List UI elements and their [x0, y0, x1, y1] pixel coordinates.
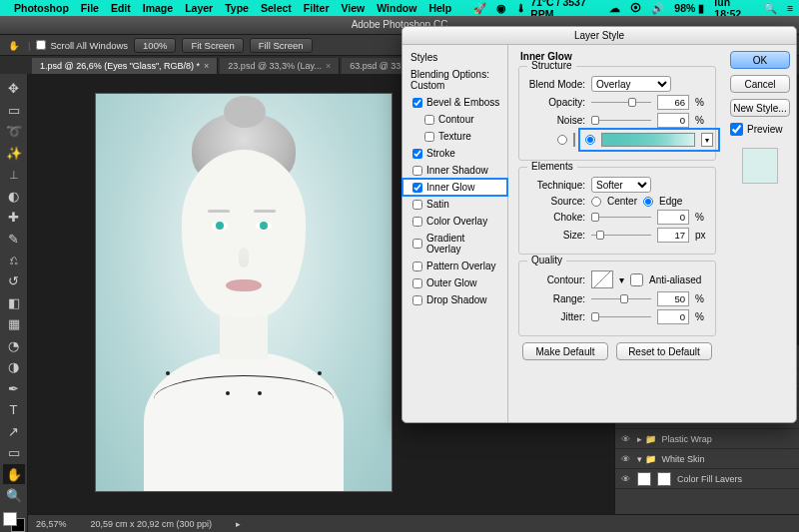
menu-file[interactable]: File	[81, 2, 99, 14]
fill-screen-button[interactable]: Fill Screen	[250, 38, 313, 53]
blend-mode-select[interactable]: Overlay	[591, 76, 671, 92]
zoom-tool-icon[interactable]: 🔍	[3, 486, 25, 505]
menu-help[interactable]: Help	[428, 2, 451, 14]
fx-pattern-overlay[interactable]: Pattern Overlay	[402, 258, 507, 274]
layer-plastic-wrap[interactable]: Plastic Wrap	[662, 434, 712, 444]
noise-slider[interactable]	[591, 115, 651, 126]
scroll-all-windows-checkbox[interactable]: Scroll All Windows	[36, 40, 128, 51]
ok-button[interactable]: OK	[730, 51, 790, 69]
crop-tool-icon[interactable]: ⟂	[3, 165, 25, 184]
jitter-field[interactable]: 0	[657, 309, 689, 324]
fg-color-swatch[interactable]	[3, 512, 17, 526]
menu-window[interactable]: Window	[377, 2, 416, 14]
menu-layer[interactable]: Layer	[185, 2, 213, 14]
blending-options-row[interactable]: Blending Options: Custom	[402, 66, 507, 94]
mask-thumb[interactable]	[657, 472, 671, 486]
pen-tool-icon[interactable]: ✒	[3, 379, 25, 398]
fx-inner-glow[interactable]: Inner Glow	[402, 179, 507, 196]
color-swatches[interactable]	[3, 512, 25, 531]
fx-texture[interactable]: Texture	[402, 128, 507, 145]
fx-contour[interactable]: Contour	[402, 111, 507, 128]
make-default-button[interactable]: Make Default	[522, 342, 608, 360]
glow-color-swatch[interactable]	[573, 133, 575, 147]
notifications-icon[interactable]: ≡	[787, 2, 793, 14]
chevron-down-icon[interactable]: ▾	[619, 274, 624, 285]
doc-tab-1[interactable]: 1.psd @ 26,6% (Eyes "Glass", RGB/8) *×	[32, 58, 218, 74]
visibility-icon[interactable]: 👁	[619, 434, 631, 444]
document-canvas[interactable]	[96, 94, 392, 491]
menu-image[interactable]: Image	[143, 2, 173, 14]
gradient-tool-icon[interactable]: ▦	[3, 314, 25, 333]
technique-select[interactable]: Softer	[591, 177, 651, 193]
move-tool-icon[interactable]: ✥	[3, 79, 25, 98]
zoom-level[interactable]: 26,57%	[36, 519, 67, 529]
path-tool-icon[interactable]: ↗	[3, 422, 25, 441]
source-center-radio[interactable]	[591, 197, 601, 207]
fx-stroke[interactable]: Stroke	[402, 145, 507, 162]
hand-tool-icon[interactable]: ✋	[6, 37, 22, 53]
jitter-slider[interactable]	[591, 311, 651, 322]
layer-white-skin[interactable]: White Skin	[662, 454, 705, 464]
brush-tool-icon[interactable]: ✎	[3, 229, 25, 248]
marquee-tool-icon[interactable]: ▭	[3, 100, 25, 119]
gradient-dropdown-icon[interactable]: ▾	[701, 133, 713, 147]
layer-color-fill[interactable]: Color Fill Lavers	[677, 474, 742, 484]
preview-checkbox[interactable]: Preview	[730, 123, 790, 136]
heal-tool-icon[interactable]: ✚	[3, 208, 25, 227]
spotlight-icon[interactable]: 🔍	[764, 2, 777, 15]
fit-screen-button[interactable]: Fit Screen	[182, 38, 243, 53]
eyedropper-tool-icon[interactable]: ◐	[3, 186, 25, 205]
range-slider[interactable]	[591, 293, 651, 304]
dodge-tool-icon[interactable]: ◑	[3, 357, 25, 376]
size-field[interactable]: 17	[657, 228, 689, 243]
hand-tool-icon[interactable]: ✋	[3, 464, 25, 483]
menu-view[interactable]: View	[342, 2, 366, 14]
zoom-100-button[interactable]: 100%	[134, 38, 176, 53]
fx-bevel-emboss[interactable]: Bevel & Emboss	[402, 94, 507, 111]
stamp-tool-icon[interactable]: ⎌	[3, 251, 25, 269]
status-cloud-icon[interactable]: ☁	[609, 2, 620, 14]
history-brush-tool-icon[interactable]: ↺	[3, 271, 25, 290]
status-dot-icon[interactable]: ◉	[496, 2, 506, 14]
menu-edit[interactable]: Edit	[111, 2, 131, 14]
opacity-slider[interactable]	[591, 97, 651, 108]
close-icon[interactable]: ×	[326, 61, 331, 71]
glow-gradient-swatch[interactable]	[601, 133, 695, 147]
status-rocket-icon[interactable]: 🚀	[473, 2, 486, 15]
anti-aliased-checkbox[interactable]	[630, 273, 643, 286]
glow-color-gradient-radio[interactable]	[585, 135, 595, 145]
close-icon[interactable]: ×	[204, 61, 209, 71]
choke-field[interactable]: 0	[657, 210, 689, 225]
size-slider[interactable]	[591, 230, 651, 241]
new-style-button[interactable]: New Style...	[730, 99, 790, 117]
visibility-icon[interactable]: 👁	[619, 454, 631, 464]
fx-drop-shadow[interactable]: Drop Shadow	[402, 291, 507, 308]
reset-default-button[interactable]: Reset to Default	[616, 342, 712, 360]
fx-satin[interactable]: Satin	[402, 196, 507, 213]
fx-color-overlay[interactable]: Color Overlay	[402, 213, 507, 230]
cancel-button[interactable]: Cancel	[730, 75, 790, 93]
status-wifi-icon[interactable]: ⦿	[630, 2, 641, 14]
type-tool-icon[interactable]: T	[3, 400, 25, 419]
noise-field[interactable]: 0	[657, 113, 689, 128]
menu-select[interactable]: Select	[261, 2, 292, 14]
lasso-tool-icon[interactable]: ➰	[3, 122, 25, 141]
opacity-field[interactable]: 66	[657, 95, 689, 110]
contour-swatch[interactable]	[591, 270, 613, 288]
menu-app[interactable]: Photoshop	[14, 2, 69, 14]
range-field[interactable]: 50	[657, 291, 689, 306]
menu-type[interactable]: Type	[225, 2, 249, 14]
wand-tool-icon[interactable]: ✨	[3, 143, 25, 162]
menu-filter[interactable]: Filter	[304, 2, 330, 14]
blur-tool-icon[interactable]: ◔	[3, 336, 25, 355]
glow-color-solid-radio[interactable]	[557, 135, 567, 145]
layer-thumb[interactable]	[637, 472, 651, 486]
fx-gradient-overlay[interactable]: Gradient Overlay	[402, 230, 507, 258]
fx-inner-shadow[interactable]: Inner Shadow	[402, 162, 507, 179]
doc-tab-2[interactable]: 23.psd @ 33,3% (Lay...×	[220, 58, 340, 74]
visibility-icon[interactable]: 👁	[619, 474, 631, 484]
shape-tool-icon[interactable]: ▭	[3, 443, 25, 462]
source-edge-radio[interactable]	[643, 197, 653, 207]
styles-header[interactable]: Styles	[402, 49, 507, 66]
eraser-tool-icon[interactable]: ◧	[3, 293, 25, 312]
